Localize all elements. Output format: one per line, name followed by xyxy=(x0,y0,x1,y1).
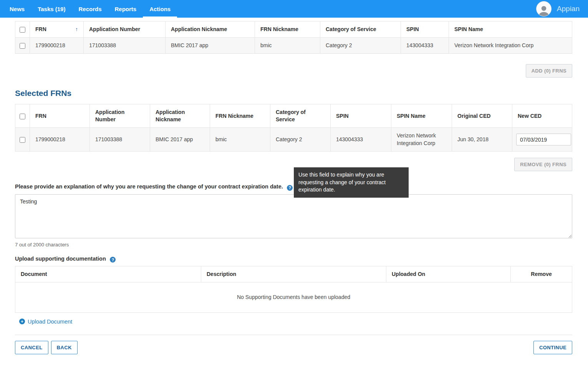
selected-row-checkbox[interactable] xyxy=(20,137,25,143)
upload-documentation-label: Upload supporting documentation xyxy=(15,256,106,262)
col-header-remove: Remove xyxy=(511,266,572,282)
upload-document-link[interactable]: Upload Document xyxy=(28,319,72,325)
col-header-uploaded-on: Uploaded On xyxy=(386,266,511,282)
cell-category-of-service: Category 2 xyxy=(270,128,331,152)
explanation-textarea-wrap: Testing xyxy=(15,194,572,238)
cell-spin: 143004333 xyxy=(331,128,391,152)
frn-search-row: 1799000218 171003388 BMIC 2017 app bmic … xyxy=(15,37,572,54)
cell-frn: 1799000218 xyxy=(30,128,90,152)
selected-frns-title: Selected FRNs xyxy=(15,89,572,98)
col-header-frn: FRN xyxy=(30,104,90,128)
nav-tab-records[interactable]: Records xyxy=(72,0,108,18)
documents-empty-row: No Supporting Documents have been upload… xyxy=(15,282,572,313)
explanation-help-icon[interactable]: ? xyxy=(287,185,293,191)
page: News Tasks (19) Records Reports Actions … xyxy=(0,0,588,365)
remove-frns-button[interactable]: REMOVE (0) FRNS xyxy=(514,158,572,171)
selected-frns-header-row: FRN Application Number Application Nickn… xyxy=(15,104,572,128)
cell-frn-nickname: bmic xyxy=(210,128,270,152)
col-header-new-ced: New CED xyxy=(512,104,572,128)
col-header-frn-nickname: FRN Nickname xyxy=(210,104,270,128)
upload-help-icon[interactable]: ? xyxy=(110,257,116,263)
cell-category-of-service: Category 2 xyxy=(320,37,401,54)
no-documents-message: No Supporting Documents have been upload… xyxy=(15,282,572,313)
nav-tab-actions[interactable]: Actions xyxy=(143,0,177,18)
cell-original-ced: Jun 30, 2018 xyxy=(452,128,512,152)
col-header-document: Document xyxy=(15,266,201,282)
col-header-spin-name[interactable]: SPIN Name xyxy=(449,21,572,38)
nav-tab-reports[interactable]: Reports xyxy=(108,0,143,18)
explanation-label: Please provide an explanation of why you… xyxy=(15,183,283,190)
col-header-application-nickname: Application Nickname xyxy=(150,104,210,128)
cell-frn: 1799000218 xyxy=(30,37,84,54)
continue-button[interactable]: CONTINUE xyxy=(533,341,572,354)
help-tooltip: Use this field to explain why you are re… xyxy=(294,167,409,198)
col-header-frn-nickname[interactable]: FRN Nickname xyxy=(255,21,320,38)
cell-spin: 143004333 xyxy=(401,37,449,54)
nav-tabs: News Tasks (19) Records Reports Actions xyxy=(3,0,177,18)
documents-header-row: Document Description Uploaded On Remove xyxy=(15,266,572,282)
nav-tab-news[interactable]: News xyxy=(3,0,31,18)
row-select-checkbox[interactable] xyxy=(20,43,25,49)
appian-brand-logo: Appian xyxy=(557,5,580,13)
cancel-button[interactable]: CANCEL xyxy=(15,341,48,354)
back-button[interactable]: BACK xyxy=(51,341,78,354)
documents-table: Document Description Uploaded On Remove … xyxy=(15,266,572,312)
cell-spin-name: Verizon Network Integration Corp xyxy=(449,37,572,54)
footer-actions: CANCEL BACK CONTINUE xyxy=(15,341,572,365)
cell-frn-nickname: bmic xyxy=(255,37,320,54)
cell-new-ced xyxy=(512,128,572,152)
user-avatar[interactable] xyxy=(536,1,552,17)
top-nav: News Tasks (19) Records Reports Actions … xyxy=(0,0,588,18)
col-header-original-ced: Original CED xyxy=(452,104,512,128)
selected-frns-table: FRN Application Number Application Nickn… xyxy=(15,104,572,152)
sort-ascending-icon: ↑ xyxy=(75,26,78,33)
add-frns-button[interactable]: ADD (0) FRNS xyxy=(526,64,572,78)
explanation-textarea[interactable]: Testing xyxy=(15,194,572,238)
col-header-application-number[interactable]: Application Number xyxy=(84,21,166,38)
col-header-frn[interactable]: FRN ↑ xyxy=(30,21,84,38)
selected-frn-row: 1799000218 171003388 BMIC 2017 app bmic … xyxy=(15,128,572,152)
col-header-spin-name: SPIN Name xyxy=(391,104,452,128)
col-header-category-of-service[interactable]: Category of Service xyxy=(320,21,401,38)
nav-tab-tasks[interactable]: Tasks (19) xyxy=(31,0,72,18)
col-header-spin[interactable]: SPIN xyxy=(401,21,449,38)
selected-select-all-checkbox[interactable] xyxy=(20,114,25,119)
nav-right: Appian xyxy=(536,0,584,18)
cell-application-number: 171003388 xyxy=(90,128,150,152)
cell-application-nickname: BMIC 2017 app xyxy=(150,128,210,152)
footer-divider xyxy=(15,335,572,335)
person-icon xyxy=(537,5,550,16)
character-counter: 7 out of 2000 characters xyxy=(15,242,572,248)
cell-spin-name: Verizon Network Integration Corp xyxy=(391,128,452,152)
col-header-application-number: Application Number xyxy=(90,104,150,128)
select-all-checkbox[interactable] xyxy=(20,27,25,33)
plus-circle-icon: + xyxy=(19,319,25,324)
frn-search-table: FRN ↑ Application Number Application Nic… xyxy=(15,21,572,54)
upload-label-row: Upload supporting documentation ? xyxy=(15,255,572,263)
upload-document-row: + Upload Document xyxy=(15,313,572,325)
col-header-category-of-service: Category of Service xyxy=(270,104,331,128)
col-header-application-nickname[interactable]: Application Nickname xyxy=(166,21,255,38)
col-header-description: Description xyxy=(201,266,386,282)
frn-search-header-row: FRN ↑ Application Number Application Nic… xyxy=(15,21,572,38)
new-ced-input[interactable] xyxy=(516,134,571,145)
col-header-spin: SPIN xyxy=(331,104,391,128)
cell-application-number: 171003388 xyxy=(84,37,166,54)
col-header-frn-label: FRN xyxy=(35,26,46,33)
cell-application-nickname: BMIC 2017 app xyxy=(166,37,255,54)
